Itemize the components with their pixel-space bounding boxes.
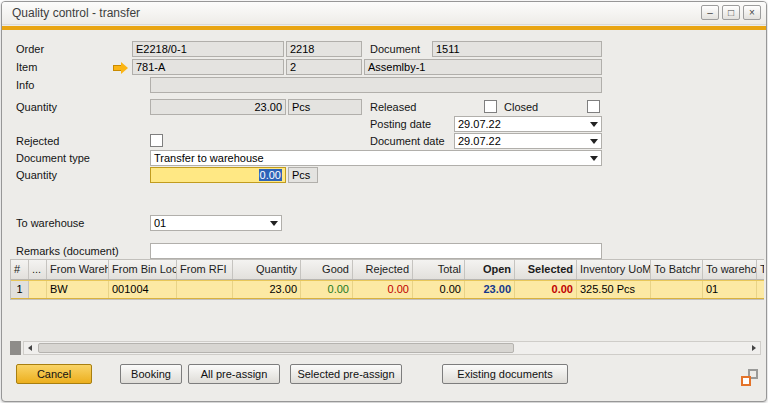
quantity-label: Quantity [16, 100, 57, 115]
dropdown-arrow-icon [590, 122, 598, 127]
col-header-total: Total [413, 260, 465, 279]
item-code-field: 781-A [132, 59, 284, 75]
info-label: Info [16, 78, 34, 93]
col-header-to-batch: To Batchr [651, 260, 703, 279]
released-checkbox[interactable] [484, 100, 497, 113]
document-date-label: Document date [370, 134, 445, 149]
all-preassign-button[interactable]: All pre-assign [188, 364, 280, 384]
col-header-open: Open [465, 260, 515, 279]
cell-check[interactable] [29, 281, 47, 298]
col-header-from-warehouse: From Wareh [47, 260, 109, 279]
cell-to[interactable] [757, 281, 764, 298]
link-arrow-bar [113, 65, 121, 71]
col-header-to: To [757, 260, 764, 279]
cell-to-warehouse[interactable]: 01 [703, 281, 757, 298]
minimize-button[interactable]: – [701, 5, 719, 20]
scroll-left-button[interactable] [24, 343, 37, 353]
existing-documents-button[interactable]: Existing documents [442, 364, 568, 384]
title-bar[interactable]: Quality control - transfer – □ × [2, 2, 766, 25]
col-header-selected: Selected [515, 260, 577, 279]
quantity-field: 23.00 [150, 99, 286, 115]
col-header-rejected: Rejected [353, 260, 413, 279]
quantity2-value: 0.00 [259, 169, 282, 181]
cancel-button[interactable]: Cancel [16, 364, 92, 384]
window-title: Quality control - transfer [12, 6, 140, 20]
remarks-label: Remarks (document) [16, 244, 119, 259]
posting-date-combo[interactable]: 29.07.22 [454, 116, 602, 132]
maximize-button[interactable]: □ [722, 5, 740, 20]
cell-total[interactable]: 0.00 [413, 281, 465, 298]
dropdown-arrow-icon [590, 156, 598, 161]
document-type-label: Document type [16, 151, 90, 166]
col-header-quantity: Quantity [233, 260, 301, 279]
scroll-thumb[interactable] [38, 343, 514, 353]
posting-date-value: 29.07.22 [458, 118, 501, 130]
cell-good[interactable]: 0.00 [301, 281, 353, 298]
col-header-to-warehouse: To warehou [703, 260, 757, 279]
cell-to-batch[interactable] [651, 281, 703, 298]
document-label: Document [370, 42, 420, 57]
document-field: 1511 [432, 41, 602, 57]
items-table: # ... From Wareh From Bin Locatic From R… [10, 259, 764, 300]
to-warehouse-label: To warehouse [16, 216, 85, 231]
scroll-right-button[interactable] [747, 343, 760, 353]
released-label: Released [370, 100, 416, 115]
h-scrollbar[interactable] [23, 341, 761, 355]
order-field: E2218/0-1 [132, 41, 284, 57]
col-header-from-rfi: From RFI [177, 260, 233, 279]
remarks-field[interactable] [150, 243, 602, 259]
info-field [150, 77, 602, 93]
cell-from-warehouse[interactable]: BW [47, 281, 109, 298]
cell-from-rfi[interactable] [177, 281, 233, 298]
item-label: Item [16, 60, 37, 75]
item-line-field: 2 [286, 59, 362, 75]
pane-splitter[interactable] [10, 341, 21, 355]
dropdown-arrow-icon [590, 139, 598, 144]
document-type-combo[interactable]: Transfer to warehouse [150, 150, 602, 166]
document-date-value: 29.07.22 [458, 135, 501, 147]
rejected-label: Rejected [16, 134, 59, 149]
document-date-combo[interactable]: 29.07.22 [454, 133, 602, 149]
close-button[interactable]: × [743, 5, 761, 20]
cell-from-bin[interactable]: 001004 [109, 281, 177, 298]
table-row[interactable]: 1 BW 001004 23.00 0.00 0.00 0.00 23.00 0… [11, 280, 764, 299]
item-link-arrow-icon[interactable] [113, 62, 129, 74]
order-number-field: 2218 [286, 41, 362, 57]
document-type-value: Transfer to warehouse [154, 152, 264, 164]
scroll-left-arrow-icon [28, 345, 32, 351]
col-header-from-bin: From Bin Locatic [109, 260, 177, 279]
dropdown-arrow-icon [270, 221, 278, 226]
col-header-num: # [11, 260, 29, 279]
cell-inventory-uom[interactable]: 325.50 Pcs [577, 281, 651, 298]
col-header-good: Good [301, 260, 353, 279]
quantity2-field[interactable]: 0.00 [150, 167, 286, 183]
item-name-field: Assemlby-1 [364, 59, 602, 75]
col-header-inventory-uom: Inventory UoM [577, 260, 651, 279]
quantity-uom-field: Pcs [288, 99, 362, 115]
cell-rejected[interactable]: 0.00 [353, 281, 413, 298]
accent-bar [2, 26, 766, 30]
scroll-right-arrow-icon [752, 345, 756, 351]
rejected-checkbox[interactable] [150, 134, 163, 147]
closed-label: Closed [504, 100, 538, 115]
table-header-row: # ... From Wareh From Bin Locatic From R… [11, 260, 764, 280]
cell-open[interactable]: 23.00 [465, 281, 515, 298]
window-controls: – □ × [701, 5, 761, 20]
cell-quantity[interactable]: 23.00 [233, 281, 301, 298]
quantity2-label: Quantity [16, 168, 57, 183]
selected-preassign-button[interactable]: Selected pre-assign [290, 364, 402, 384]
cell-row-number[interactable]: 1 [11, 281, 29, 298]
to-warehouse-combo[interactable]: 01 [150, 215, 282, 231]
to-warehouse-value: 01 [154, 217, 166, 229]
booking-button[interactable]: Booking [120, 364, 182, 384]
quality-control-window: Quality control - transfer – □ × Order E… [1, 1, 767, 402]
closed-checkbox[interactable] [587, 100, 600, 113]
orange-square-icon [741, 376, 751, 386]
cell-selected[interactable]: 0.00 [515, 281, 577, 298]
form-settings-icon[interactable] [741, 369, 758, 386]
posting-date-label: Posting date [370, 117, 431, 132]
order-label: Order [16, 42, 44, 57]
link-arrow-tip [121, 62, 128, 74]
col-header-check: ... [29, 260, 47, 279]
quantity2-uom-field: Pcs [288, 167, 318, 183]
